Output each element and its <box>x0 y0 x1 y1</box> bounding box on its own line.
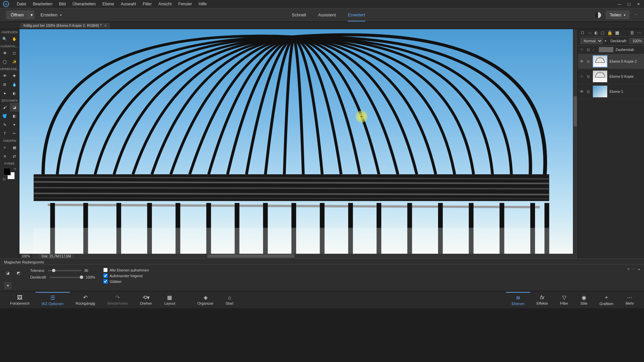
mode-tab-expert[interactable]: Erweitert <box>342 8 371 21</box>
mask-row[interactable]: 👁 ⛓ › Zauberstab <box>578 46 644 54</box>
sponge-tool-icon[interactable]: ● <box>0 89 10 98</box>
default-colors-icon[interactable]: ◲ <box>3 177 6 181</box>
share-button[interactable]: Teilen ▾ <box>606 10 630 19</box>
gradient-tool-icon[interactable]: ◧ <box>10 112 19 120</box>
color-swatch[interactable]: ⤭ ◲ <box>3 167 16 181</box>
panel-stile[interactable]: ◉Stile <box>574 293 593 307</box>
wand-tool-icon[interactable]: ✨ <box>10 57 19 66</box>
panel-undo[interactable]: ↶Rückgängig <box>70 293 101 307</box>
opacity-slider[interactable] <box>50 277 83 278</box>
zoom-tool-icon[interactable]: 🔍 <box>0 35 10 43</box>
panel-redo[interactable]: ↷Wiederholen <box>101 293 134 307</box>
eraser-tool-icon[interactable]: ◪ <box>10 103 19 112</box>
close-icon[interactable]: × <box>104 23 106 27</box>
panel-ebenen[interactable]: ≋Ebenen <box>506 292 531 307</box>
scrollbar-thumb[interactable] <box>574 96 577 126</box>
checkbox[interactable] <box>103 279 108 284</box>
link-icon[interactable]: ⛓ <box>587 48 591 52</box>
panel-grafiken[interactable]: ＋Grafiken <box>593 293 620 307</box>
menu-hilfe[interactable]: Hilfe <box>195 0 210 8</box>
overflow-menu-icon[interactable]: ⋯ <box>632 267 636 272</box>
check-all-layers[interactable]: Alle Ebenen aufnehmen <box>103 268 149 272</box>
layer-row[interactable]: 👁 ⛓ Ebene 1 <box>578 84 644 99</box>
open-dropdown-icon[interactable]: ▾ <box>29 10 35 19</box>
menu-ebene[interactable]: Ebene <box>99 0 117 8</box>
visibility-toggle-icon[interactable]: 👁 <box>580 89 585 94</box>
overflow-menu-icon[interactable]: ⋯ <box>637 30 641 35</box>
mode-tab-assistant[interactable]: Assistent <box>312 8 342 21</box>
foreground-color-swatch[interactable] <box>3 168 11 175</box>
panel-filter[interactable]: ▽Filter <box>554 293 574 307</box>
blend-mode-select[interactable]: Normal <box>581 38 603 44</box>
menu-fenster[interactable]: Fenster <box>175 0 196 8</box>
window-maximize-button[interactable]: ▢ <box>625 1 633 7</box>
content-move-tool-icon[interactable]: ⇄ <box>10 152 19 161</box>
tolerance-slider[interactable] <box>48 270 82 271</box>
eraser-variant-2-icon[interactable]: ◩ <box>15 269 22 277</box>
menu-filter[interactable]: Filter <box>140 0 155 8</box>
zoom-readout[interactable]: 100% <box>19 254 32 258</box>
crop-tool-icon[interactable]: ⌗ <box>0 143 10 152</box>
overflow-menu-icon[interactable]: ⋯ <box>634 13 638 17</box>
theme-toggle-icon[interactable] <box>595 12 601 18</box>
create-button[interactable]: Erstellen ▾ <box>41 12 62 17</box>
canvas[interactable]: + <box>19 29 578 254</box>
check-smooth[interactable]: Glätten <box>103 279 149 284</box>
help-icon[interactable]: ? <box>627 267 629 272</box>
open-button[interactable]: Öffnen ▾ <box>6 10 35 19</box>
eraser-variant-3-icon[interactable]: ✦ <box>4 282 11 289</box>
panel-layout[interactable]: ▦Layout <box>158 293 181 307</box>
eraser-variant-1-icon[interactable]: ◪ <box>4 269 11 277</box>
eyedropper-tool-icon[interactable]: ✎ <box>0 120 10 129</box>
panel-fotobereich[interactable]: 🖼Fotobereich <box>4 293 36 307</box>
menu-datei[interactable]: Datei <box>13 0 30 8</box>
layer-row[interactable]: 👁 ⛓ Ebene 0 Kopie <box>578 69 644 84</box>
layer-group-icon[interactable]: ▭ <box>588 30 592 35</box>
text-tool-icon[interactable]: T <box>0 129 10 138</box>
layer-opacity-input[interactable] <box>629 38 643 44</box>
menu-auswahl[interactable]: Auswahl <box>117 0 139 8</box>
visibility-toggle-icon[interactable]: 👁 <box>580 74 585 78</box>
checkbox[interactable] <box>103 268 108 272</box>
lock-icon[interactable]: 🔒 <box>607 30 612 35</box>
menu-ansicht[interactable]: Ansicht <box>155 0 175 8</box>
window-minimize-button[interactable]: — <box>616 1 623 7</box>
link-icon[interactable]: ⛓ <box>587 75 591 78</box>
vertical-scrollbar[interactable] <box>573 29 578 254</box>
checkbox[interactable] <box>103 274 108 278</box>
delete-layer-icon[interactable]: 🗑 <box>630 30 634 35</box>
scrollbar-thumb[interactable] <box>207 254 294 258</box>
panel-rotate[interactable]: ⟲▾Drehen <box>134 293 158 307</box>
layer-fx-icon[interactable]: ▦ <box>615 30 619 35</box>
new-layer-icon[interactable]: 🗋 <box>581 30 585 35</box>
bucket-tool-icon[interactable]: 🪣 <box>0 112 10 120</box>
straighten-tool-icon[interactable]: ✕ <box>0 152 10 161</box>
horizontal-scrollbar[interactable]: 100% Dok: 25,7M/117,6M <box>19 254 578 258</box>
hand-tool-icon[interactable]: ✋ <box>10 35 19 43</box>
eye-tool-icon[interactable]: 👁 <box>0 71 10 80</box>
menu-ueberarbeiten[interactable]: Überarbeiten <box>69 0 99 8</box>
marquee-tool-icon[interactable]: ◻ <box>10 49 19 57</box>
chevron-down-icon[interactable]: ▾ <box>638 268 640 271</box>
check-contiguous[interactable]: Aufeinander folgend <box>103 274 149 278</box>
move-tool-icon[interactable]: ✥ <box>0 49 10 57</box>
clone-tool-icon[interactable]: ⧉ <box>0 80 10 89</box>
panel-mehr[interactable]: ⋯Mehr <box>620 293 640 307</box>
shape-tool-icon[interactable]: ✦ <box>10 120 19 129</box>
menu-bild[interactable]: Bild <box>56 0 69 8</box>
dodge-tool-icon[interactable]: ◐ <box>10 89 19 98</box>
document-tab[interactable]: Käfig.psd bei 100% (Ebene 0 Kopie 2, RGB… <box>20 23 110 28</box>
recompose-tool-icon[interactable]: ▦ <box>10 143 19 152</box>
panel-organizer[interactable]: ◈Organizer <box>191 293 219 307</box>
swap-colors-icon[interactable]: ⤭ <box>14 167 16 171</box>
layer-row[interactable]: 👁 ⛓ Ebene 0 Kopie 2 <box>578 54 644 69</box>
link-icon[interactable]: ⛓ <box>587 90 591 94</box>
mode-tab-quick[interactable]: Schnell <box>286 8 312 21</box>
panel-start[interactable]: ⌂Start <box>220 293 239 307</box>
panel-wz-optionen[interactable]: ☰WZ-Optionen <box>36 292 69 307</box>
blur-tool-icon[interactable]: 💧 <box>10 80 19 89</box>
adjustment-layer-icon[interactable]: ◐ <box>594 30 598 35</box>
lasso-tool-icon[interactable]: ◯ <box>0 57 10 66</box>
menu-bearbeiten[interactable]: Bearbeiten <box>30 0 56 8</box>
heal-tool-icon[interactable]: ✚ <box>10 71 19 80</box>
